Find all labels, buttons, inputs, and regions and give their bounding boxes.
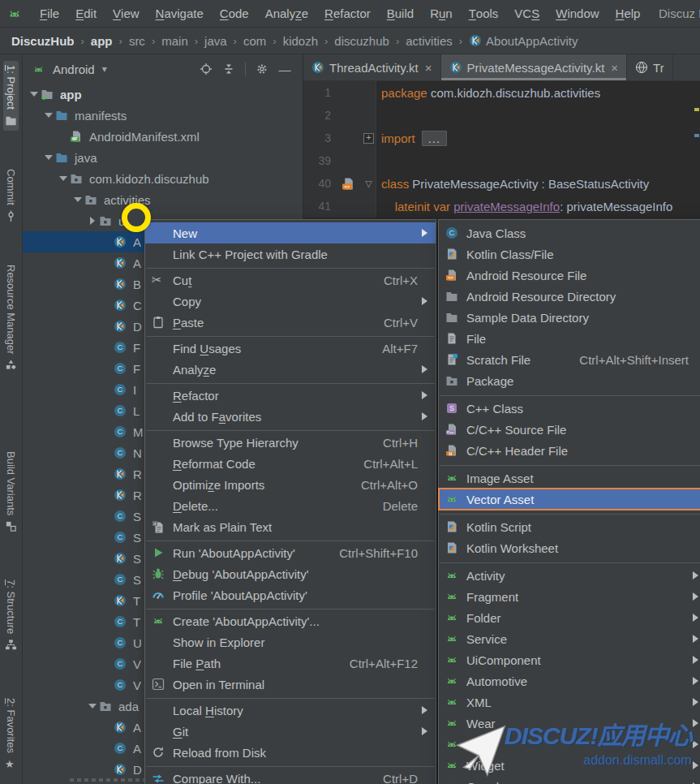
tool-window-button[interactable]: 7: Structure xyxy=(3,575,19,655)
menu-item[interactable]: Scratch File Ctrl+Alt+Shift+Insert xyxy=(439,349,700,370)
breadcrumb-item[interactable]: main › xyxy=(161,34,204,48)
menu-bar-item[interactable]: Refactor xyxy=(316,0,379,27)
menu-item[interactable]: x Mark as Plain Text xyxy=(145,516,436,537)
tree-expand-arrow[interactable] xyxy=(86,704,99,709)
menu-item[interactable]: Find Usages Alt+F7 xyxy=(145,338,436,359)
menu-item[interactable]: Add to Favorites xyxy=(145,406,436,427)
menu-item[interactable]: Kotlin Class/File xyxy=(439,243,700,265)
tree-row[interactable]: manifests xyxy=(23,105,303,126)
menu-item[interactable]: Link C++ Project with Gradle xyxy=(145,243,436,265)
breadcrumb-item[interactable]: app › xyxy=(91,34,129,48)
editor-tab[interactable]: Tr × xyxy=(627,54,673,80)
menu-item[interactable]: Sample Data Directory xyxy=(439,307,700,328)
menu-bar-item[interactable]: Build xyxy=(379,0,422,27)
editor-tab[interactable]: ThreadActivity.kt × xyxy=(303,54,441,80)
menu-item[interactable]: <> Android Resource File xyxy=(439,265,700,286)
breadcrumb-item[interactable]: activities › xyxy=(406,34,469,48)
tree-row[interactable]: activities xyxy=(23,189,303,210)
hide-panel-button[interactable]: — xyxy=(278,62,291,75)
menu-item[interactable]: Fragment xyxy=(439,586,700,607)
menu-item[interactable] xyxy=(439,461,700,467)
close-icon[interactable]: × xyxy=(611,61,618,75)
fold-marker-icon[interactable] xyxy=(362,104,376,127)
menu-item[interactable]: H C/C++ Header File xyxy=(439,440,700,461)
menu-item[interactable]: Paste Ctrl+V xyxy=(145,312,436,333)
menu-item[interactable]: Git xyxy=(145,721,436,742)
menu-bar-item[interactable]: File xyxy=(32,0,67,27)
fold-marker-icon[interactable] xyxy=(362,172,376,195)
menu-bar-item[interactable]: Tools xyxy=(461,0,507,27)
menu-item[interactable]: File xyxy=(439,328,700,349)
tree-row[interactable]: com.kidozh.discuzhub xyxy=(23,168,303,189)
fold-marker-icon[interactable] xyxy=(362,81,376,104)
menu-item[interactable]: Kotlin Worksheet xyxy=(439,537,700,558)
close-icon[interactable]: × xyxy=(425,61,432,75)
menu-item[interactable]: ✂ Cut Ctrl+X xyxy=(145,269,436,291)
fold-marker-icon[interactable] xyxy=(362,127,376,149)
menu-item[interactable]: UiComponent xyxy=(439,649,700,670)
menu-item[interactable]: New xyxy=(145,222,436,243)
fold-marker-icon[interactable] xyxy=(362,149,376,172)
menu-item[interactable]: Optimize Imports Ctrl+Alt+O xyxy=(145,474,436,495)
menu-item[interactable] xyxy=(439,391,700,398)
locate-file-button[interactable] xyxy=(200,62,213,75)
menu-item[interactable]: C++ C/C++ Source File xyxy=(439,419,700,440)
tree-expand-arrow[interactable] xyxy=(42,113,55,118)
menu-item[interactable]: Run 'AboutAppActivity' Ctrl+Shift+F10 xyxy=(145,542,436,563)
tree-expand-arrow[interactable] xyxy=(57,176,70,181)
menu-item[interactable]: Browse Type Hierarchy Ctrl+H xyxy=(145,432,436,453)
tree-expand-arrow[interactable] xyxy=(42,155,55,160)
menu-item[interactable]: Local History xyxy=(145,700,436,721)
editor-tab[interactable]: PrivateMessageActivity.kt × xyxy=(441,54,628,80)
breadcrumb-item[interactable]: DiscuzHub › xyxy=(11,34,91,48)
breadcrumb-item[interactable]: discuzhub › xyxy=(334,34,406,48)
menu-bar-item[interactable]: Edit xyxy=(67,0,105,27)
menu-item[interactable]: Profile 'AboutAppActivity' xyxy=(145,584,436,605)
tool-window-button[interactable]: 1: Project xyxy=(3,61,19,131)
menu-item[interactable]: Wear xyxy=(439,713,700,734)
menu-item[interactable]: Open in Terminal xyxy=(145,674,436,695)
menu-item[interactable] xyxy=(439,558,700,565)
menu-bar-item[interactable]: Analyze xyxy=(257,0,316,27)
menu-bar-item[interactable]: Run xyxy=(422,0,461,27)
menu-item[interactable]: Kotlin Script xyxy=(439,516,700,537)
breadcrumb-item[interactable]: com › xyxy=(243,34,283,48)
menu-item[interactable]: Analyze xyxy=(145,359,436,380)
menu-bar-item[interactable]: Navigate xyxy=(148,0,212,27)
menu-item[interactable]: Widget xyxy=(439,755,700,776)
menu-item[interactable]: AIDL xyxy=(439,734,700,755)
menu-item[interactable]: Show in Explorer xyxy=(145,631,436,653)
breadcrumb-item[interactable]: kidozh › xyxy=(283,34,335,48)
menu-item[interactable]: Reload from Disk xyxy=(145,742,436,763)
menu-item[interactable]: Debug 'AboutAppActivity' xyxy=(145,563,436,584)
menu-item[interactable]: Create 'AboutAppActivity'... xyxy=(145,610,436,631)
menu-item[interactable]: Package xyxy=(439,370,700,391)
fold-marker-icon[interactable] xyxy=(362,195,376,218)
breadcrumb-item[interactable]: java › xyxy=(204,34,243,48)
tree-expand-arrow[interactable] xyxy=(86,217,99,225)
tree-expand-arrow[interactable] xyxy=(71,197,84,202)
menu-bar-item[interactable]: Window xyxy=(548,0,607,27)
tree-row[interactable]: MF AndroidManifest.xml xyxy=(23,126,303,147)
tree-expand-arrow[interactable] xyxy=(28,92,41,97)
menu-item[interactable]: File Path Ctrl+Alt+F12 xyxy=(145,653,436,674)
menu-item[interactable]: Vector Asset xyxy=(439,489,700,510)
menu-item[interactable]: Folder xyxy=(439,607,700,628)
menu-bar-item[interactable]: Help xyxy=(608,0,649,27)
menu-item[interactable]: Compare With... Ctrl+D xyxy=(145,768,436,784)
tool-window-button[interactable]: Resource Manager xyxy=(3,261,19,376)
menu-item[interactable]: Refactor xyxy=(145,385,436,406)
menu-bar-item[interactable]: Code xyxy=(212,0,257,27)
tree-row[interactable]: java xyxy=(23,147,303,168)
menu-item[interactable] xyxy=(439,510,700,516)
gear-icon[interactable] xyxy=(256,62,268,75)
menu-item[interactable]: Service xyxy=(439,628,700,649)
breadcrumb-item[interactable]: src › xyxy=(129,34,161,48)
menu-item[interactable]: Copy xyxy=(145,291,436,312)
menu-item[interactable]: Google xyxy=(439,776,700,784)
menu-item[interactable]: Reformat Code Ctrl+Alt+L xyxy=(145,453,436,474)
tool-window-button[interactable]: 2: Favorites ★ xyxy=(3,694,19,774)
menu-item[interactable]: Automotive xyxy=(439,670,700,691)
menu-bar-item[interactable]: View xyxy=(105,0,148,27)
menu-item[interactable]: S C++ Class xyxy=(439,398,700,419)
